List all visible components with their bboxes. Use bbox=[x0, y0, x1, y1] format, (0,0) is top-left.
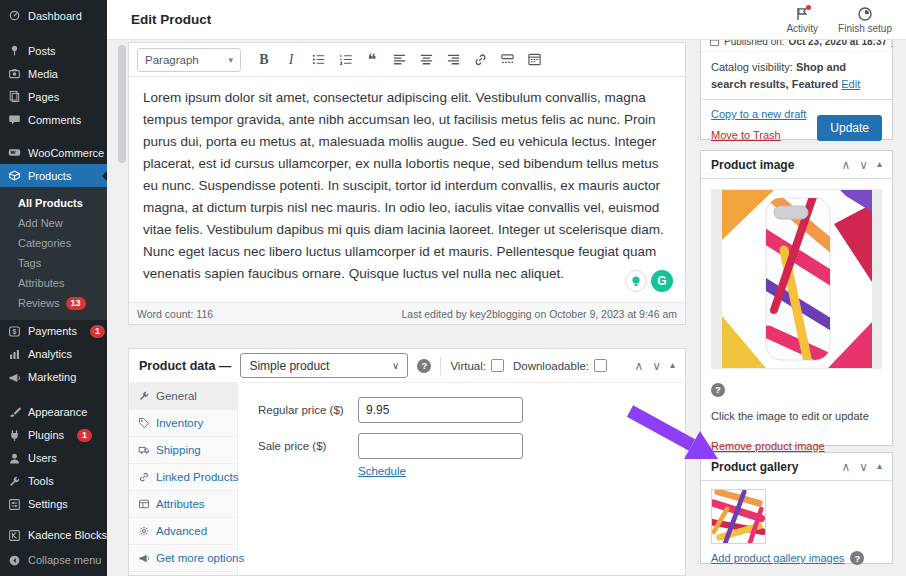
products-box-icon bbox=[8, 169, 21, 182]
sidebar-item-appearance[interactable]: Appearance bbox=[0, 401, 107, 424]
sidebar-item-tools[interactable]: Tools bbox=[0, 470, 107, 493]
collapse-toggle-icon[interactable]: ▴ bbox=[877, 460, 882, 474]
pages-icon bbox=[8, 90, 21, 103]
gallery-thumbnail[interactable] bbox=[711, 489, 766, 544]
page-scrollbar[interactable] bbox=[117, 41, 127, 576]
submenu-item-add-new[interactable]: Add New bbox=[0, 213, 107, 233]
products-submenu: All Products Add New Categories Tags Att… bbox=[0, 187, 107, 320]
grammarly-suggestion-icon[interactable] bbox=[625, 270, 647, 292]
tab-linked-products[interactable]: Linked Products bbox=[129, 464, 237, 491]
brush-icon bbox=[8, 406, 21, 419]
blockquote-button[interactable]: ❝ bbox=[360, 48, 384, 72]
virtual-label: Virtual: bbox=[450, 360, 486, 372]
sidebar-item-plugins[interactable]: Plugins1 bbox=[0, 424, 107, 447]
sidebar-item-posts[interactable]: Posts bbox=[0, 39, 107, 62]
regular-price-input[interactable] bbox=[358, 397, 523, 423]
sidebar-item-collapse-menu[interactable]: Collapse menu bbox=[0, 549, 107, 572]
sidebar-item-kadence-blocks[interactable]: Kadence Blocks bbox=[0, 524, 107, 547]
insert-link-button[interactable] bbox=[468, 48, 492, 72]
update-button[interactable]: Update bbox=[817, 115, 882, 141]
bold-button[interactable]: B bbox=[252, 48, 276, 72]
help-icon[interactable]: ? bbox=[417, 359, 431, 373]
align-left-button[interactable] bbox=[387, 48, 411, 72]
collapse-toggle-icon[interactable]: ▴ bbox=[877, 158, 882, 172]
product-image-panel: Product image ∧ ∨ ▴ bbox=[700, 150, 893, 446]
activity-label: Activity bbox=[786, 23, 818, 34]
submenu-item-tags[interactable]: Tags bbox=[0, 253, 107, 273]
remove-product-image-link[interactable]: Remove product image bbox=[711, 440, 825, 452]
topbar: Edit Product Activity Finish setup bbox=[107, 0, 906, 40]
settings-sliders-icon bbox=[8, 498, 21, 511]
activity-button[interactable]: Activity bbox=[786, 6, 818, 34]
italic-button[interactable]: I bbox=[279, 48, 303, 72]
submenu-item-all-products[interactable]: All Products bbox=[0, 193, 107, 213]
product-type-select[interactable]: Simple product ∨ bbox=[240, 353, 408, 378]
submenu-item-categories[interactable]: Categories bbox=[0, 233, 107, 253]
tab-inventory[interactable]: Inventory bbox=[129, 410, 237, 437]
user-icon bbox=[8, 452, 21, 465]
tab-advanced[interactable]: Advanced bbox=[129, 518, 237, 545]
sidebar-item-products[interactable]: Products bbox=[0, 164, 107, 187]
tab-general[interactable]: General bbox=[129, 383, 237, 410]
move-down-icon[interactable]: ∨ bbox=[859, 460, 868, 474]
grammarly-icon[interactable]: G bbox=[651, 270, 673, 292]
move-up-icon[interactable]: ∧ bbox=[841, 158, 850, 172]
finish-setup-button[interactable]: Finish setup bbox=[838, 6, 892, 34]
submenu-item-attributes[interactable]: Attributes bbox=[0, 273, 107, 293]
downloadable-checkbox[interactable] bbox=[594, 359, 607, 372]
numbered-list-button[interactable] bbox=[333, 48, 357, 72]
paragraph-style-select[interactable]: Paragraph ▾ bbox=[137, 48, 241, 72]
toolbar-toggle-button[interactable] bbox=[522, 48, 546, 72]
sidebar-item-media[interactable]: Media bbox=[0, 62, 107, 85]
publish-actions: Copy to a new draft Move to Trash Update bbox=[701, 100, 892, 151]
collapse-arrow-icon bbox=[8, 554, 21, 567]
comment-bubble-icon bbox=[8, 113, 21, 126]
finish-setup-clock-icon bbox=[857, 6, 873, 22]
sidebar-item-pages[interactable]: Pages bbox=[0, 85, 107, 108]
general-tab-fields: Regular price ($) Sale price ($) Schedul… bbox=[238, 383, 685, 576]
sidebar-item-analytics[interactable]: Analytics bbox=[0, 343, 107, 366]
tab-get-more-options[interactable]: Get more options bbox=[129, 545, 237, 572]
virtual-checkbox[interactable] bbox=[491, 359, 504, 372]
move-down-icon[interactable]: ∨ bbox=[859, 158, 868, 172]
scrollbar-thumb[interactable] bbox=[118, 45, 126, 163]
read-more-tag-button[interactable] bbox=[495, 48, 519, 72]
toolbar-toggle-icon bbox=[527, 52, 542, 67]
align-center-button[interactable] bbox=[414, 48, 438, 72]
move-up-icon[interactable]: ∧ bbox=[841, 460, 850, 474]
help-icon[interactable]: ? bbox=[850, 551, 864, 565]
finish-setup-label: Finish setup bbox=[838, 23, 892, 34]
collapse-toggle-icon[interactable]: ▴ bbox=[670, 359, 675, 373]
bullet-list-button[interactable] bbox=[306, 48, 330, 72]
sidebar-item-marketing[interactable]: Marketing bbox=[0, 366, 107, 389]
sidebar-item-payments[interactable]: Payments1 bbox=[0, 320, 107, 343]
sidebar-item-settings[interactable]: Settings bbox=[0, 493, 107, 516]
product-gallery-panel: Product gallery ∧ ∨ ▴ Add product galler… bbox=[700, 452, 893, 564]
pushpin-icon bbox=[8, 44, 21, 57]
product-data-tabs: General Inventory Shipping Linked Produc… bbox=[129, 383, 238, 576]
product-image-thumbnail[interactable] bbox=[711, 189, 882, 369]
editor-content[interactable]: Lorem ipsum dolor sit amet, consectetur … bbox=[129, 77, 685, 302]
tab-shipping[interactable]: Shipping bbox=[129, 437, 237, 464]
move-down-icon[interactable]: ∨ bbox=[652, 359, 661, 373]
sidebar-item-comments[interactable]: Comments bbox=[0, 108, 107, 131]
product-data-panel: Product data — Simple product ∨ ? Virtua… bbox=[128, 348, 686, 576]
move-up-icon[interactable]: ∧ bbox=[634, 359, 643, 373]
sidebar-item-users[interactable]: Users bbox=[0, 447, 107, 470]
submenu-item-reviews[interactable]: Reviews13 bbox=[0, 293, 107, 314]
product-gallery-title: Product gallery bbox=[711, 460, 798, 474]
add-gallery-images-link[interactable]: Add product gallery images bbox=[711, 552, 844, 564]
tab-attributes[interactable]: Attributes bbox=[129, 491, 237, 518]
help-icon[interactable]: ? bbox=[711, 383, 725, 397]
page-title: Edit Product bbox=[131, 12, 211, 27]
align-right-button[interactable] bbox=[441, 48, 465, 72]
edit-catalog-visibility-link[interactable]: Edit bbox=[841, 78, 860, 90]
phone-case-photo bbox=[722, 190, 872, 368]
sale-price-input[interactable] bbox=[358, 433, 523, 459]
kadence-blocks-icon bbox=[8, 529, 21, 542]
schedule-link[interactable]: Schedule bbox=[358, 465, 406, 477]
tag-icon bbox=[138, 417, 150, 429]
align-center-icon bbox=[419, 52, 434, 67]
sidebar-item-dashboard[interactable]: Dashboard bbox=[0, 4, 107, 27]
sidebar-item-woocommerce[interactable]: WooCommerce bbox=[0, 141, 107, 164]
